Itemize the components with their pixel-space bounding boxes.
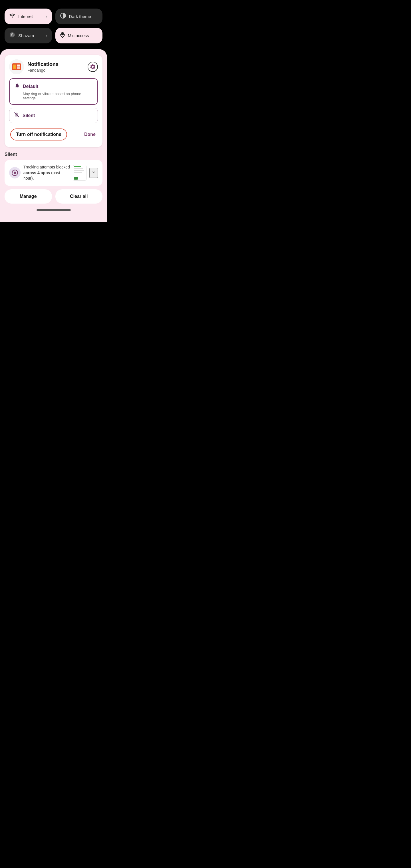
notification-settings-button[interactable] (88, 62, 98, 72)
mic-access-tile[interactable]: Mic access (55, 28, 103, 43)
default-option[interactable]: Default May ring or vibrate based on pho… (9, 78, 98, 105)
preview-bar-2 (74, 170, 84, 171)
tracking-text-prefix: Tracking attempts blocked (23, 165, 70, 169)
preview-key-icon (74, 177, 78, 180)
shazam-label: Shazam (18, 33, 34, 38)
bell-icon (14, 83, 20, 90)
svg-text:F: F (14, 65, 16, 68)
internet-label: Internet (18, 14, 33, 19)
notification-action-row: Turn off notifications Done (9, 126, 98, 143)
dark-theme-tile[interactable]: Dark theme (55, 8, 103, 24)
clear-all-button[interactable]: Clear all (55, 189, 103, 204)
mic-icon (60, 32, 65, 39)
app-icon: F (9, 59, 24, 74)
manage-button[interactable]: Manage (5, 189, 52, 204)
silent-option-label: Silent (14, 112, 93, 119)
mic-access-label: Mic access (68, 33, 89, 38)
silent-label: Silent (23, 113, 35, 118)
preview-bar-1 (74, 168, 83, 169)
svg-point-14 (14, 172, 16, 174)
shazam-icon: S (9, 32, 15, 39)
bell-off-icon (14, 112, 20, 119)
silent-option[interactable]: Silent (9, 107, 98, 123)
dark-theme-label: Dark theme (69, 14, 91, 19)
preview-bar-green (74, 166, 81, 167)
tracking-card: Tracking attempts blocked across 4 apps … (5, 160, 102, 186)
tracking-text-bold: across 4 apps (23, 170, 50, 175)
default-option-label: Default (14, 83, 93, 90)
silent-section-label: Silent (5, 152, 102, 157)
tracking-preview-thumbnail (73, 165, 87, 181)
home-indicator (36, 209, 71, 211)
preview-bar-3 (74, 172, 82, 173)
shazam-arrow-icon: › (46, 33, 48, 38)
internet-arrow-icon: › (46, 13, 48, 20)
tracking-text: Tracking attempts blocked across 4 apps … (23, 164, 70, 181)
notification-title-block: Notifications Fandango (27, 61, 84, 72)
svg-rect-3 (61, 32, 64, 35)
default-label: Default (23, 84, 38, 89)
tracking-icon (9, 167, 21, 179)
svg-text:S: S (11, 33, 13, 37)
internet-tile[interactable]: Internet › (5, 8, 52, 24)
notification-card: F Notifications Fandango (5, 55, 102, 147)
bottom-actions: Manage Clear all (5, 189, 102, 204)
quick-tiles-grid: Internet › Dark theme S Shazam › (0, 0, 107, 49)
wifi-icon (9, 13, 15, 20)
shazam-tile[interactable]: S Shazam › (5, 28, 52, 43)
expand-tracking-button[interactable] (89, 168, 98, 178)
dark-theme-icon (60, 12, 66, 20)
app-name: Fandango (27, 68, 84, 72)
notification-header: F Notifications Fandango (9, 59, 98, 74)
notification-title: Notifications (27, 61, 84, 67)
svg-rect-9 (17, 65, 20, 66)
default-desc: May ring or vibrate based on phone setti… (14, 92, 93, 100)
bottom-panel: F Notifications Fandango (0, 49, 107, 222)
turn-off-notifications-button[interactable]: Turn off notifications (10, 128, 67, 141)
done-button[interactable]: Done (83, 129, 97, 140)
svg-rect-10 (17, 67, 20, 69)
